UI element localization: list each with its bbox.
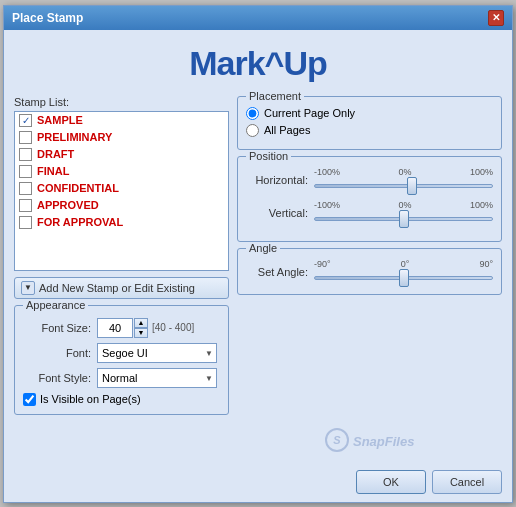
font-size-spinner: ▲ ▼ [134,318,148,338]
close-button[interactable]: ✕ [488,10,504,26]
stamp-item-final[interactable]: FINAL [15,163,228,180]
font-size-range: [40 - 400] [152,322,194,333]
vertical-label: Vertical: [246,207,308,219]
logo-part1: Mark [189,44,264,82]
vertical-slider[interactable] [314,211,493,227]
font-size-row: Font Size: ▲ ▼ [40 - 400] [23,318,220,338]
main-content: Stamp List: SAMPLE PRELIMINARY DRAFT [14,96,502,456]
font-row: Font: Segoe UI Arial Times New Roman Cou… [23,343,220,363]
font-style-label: Font Style: [23,372,91,384]
angle-tick-min: -90° [314,259,331,269]
stamp-name-approved: APPROVED [37,199,99,211]
stamp-checkbox-confidential[interactable] [19,182,32,195]
v-tick-max: 100% [470,200,493,210]
stamp-list-label: Stamp List: [14,96,229,108]
angle-slider-container: -90° 0° 90° [314,259,493,286]
angle-tick-max: 90° [479,259,493,269]
font-style-select[interactable]: Normal Bold Italic Bold Italic [97,368,217,388]
set-angle-row: Set Angle: -90° 0° 90° [246,259,493,286]
dialog-body: Mark^Up Stamp List: SAMPLE PRELI [4,30,512,464]
stamp-name-preliminary: PRELIMINARY [37,131,112,143]
dialog-title: Place Stamp [12,11,83,25]
visible-checkbox-row: Is Visible on Page(s) [23,393,220,406]
font-label: Font: [23,347,91,359]
appearance-label: Appearance [23,299,88,311]
title-bar: Place Stamp ✕ [4,6,512,30]
angle-group: Angle Set Angle: -90° 0° 90° [237,248,502,295]
font-style-select-wrapper: Normal Bold Italic Bold Italic [97,368,217,388]
logo-part2: Up [283,44,326,82]
stamp-name-final: FINAL [37,165,69,177]
current-page-radio[interactable] [246,107,259,120]
chevron-down-icon: ▼ [21,281,35,295]
place-stamp-dialog: Place Stamp ✕ Mark^Up Stamp List: SAMPLE [3,5,513,503]
stamp-item-approved[interactable]: APPROVED [15,197,228,214]
ok-button[interactable]: OK [356,470,426,494]
logo-area: Mark^Up [14,38,502,90]
font-style-row: Font Style: Normal Bold Italic Bold Ital… [23,368,220,388]
spinner-down-button[interactable]: ▼ [134,328,148,338]
logo: Mark^Up [189,44,327,83]
stamp-name-for-approval: FOR APPROVAL [37,216,123,228]
visible-checkbox[interactable] [23,393,36,406]
set-angle-label: Set Angle: [246,266,308,278]
position-label: Position [246,150,291,162]
stamp-checkbox-final[interactable] [19,165,32,178]
stamp-checkbox-draft[interactable] [19,148,32,161]
stamp-checkbox-for-approval[interactable] [19,216,32,229]
stamp-checkbox-approved[interactable] [19,199,32,212]
font-size-input[interactable] [97,318,133,338]
angle-slider[interactable] [314,270,493,286]
right-panel: Placement Current Page Only All Pages Po… [237,96,502,456]
svg-text:SnapFiles: SnapFiles [353,434,414,449]
current-page-label: Current Page Only [264,107,355,119]
all-pages-radio[interactable] [246,124,259,137]
stamp-item-draft[interactable]: DRAFT [15,146,228,163]
stamp-list-box[interactable]: SAMPLE PRELIMINARY DRAFT FINAL [14,111,229,271]
stamp-item-for-approval[interactable]: FOR APPROVAL [15,214,228,231]
vertical-ticks: -100% 0% 100% [314,200,493,210]
add-stamp-button[interactable]: ▼ Add New Stamp or Edit Existing [14,277,229,299]
visible-label: Is Visible on Page(s) [40,393,141,405]
cancel-button[interactable]: Cancel [432,470,502,494]
h-tick-max: 100% [470,167,493,177]
angle-label: Angle [246,242,280,254]
stamp-checkbox-preliminary[interactable] [19,131,32,144]
stamp-item-sample[interactable]: SAMPLE [15,112,228,129]
v-tick-mid: 0% [398,200,411,210]
stamp-item-preliminary[interactable]: PRELIMINARY [15,129,228,146]
font-select[interactable]: Segoe UI Arial Times New Roman Courier N… [97,343,217,363]
vertical-slider-container: -100% 0% 100% [314,200,493,227]
stamp-name-confidential: CONFIDENTIAL [37,182,119,194]
all-pages-label: All Pages [264,124,310,136]
vertical-row: Vertical: -100% 0% 100% [246,200,493,227]
v-tick-min: -100% [314,200,340,210]
stamp-name-sample: SAMPLE [37,114,83,126]
h-tick-min: -100% [314,167,340,177]
bottom-bar: OK Cancel [4,464,512,502]
position-group: Position Horizontal: -100% 0% 100% [237,156,502,242]
current-page-row: Current Page Only [246,107,493,120]
all-pages-row: All Pages [246,124,493,137]
horizontal-slider-container: -100% 0% 100% [314,167,493,194]
logo-caret: ^ [265,44,284,82]
snapfiles-logo: S SnapFiles [325,426,415,454]
placement-group: Placement Current Page Only All Pages [237,96,502,150]
font-size-label: Font Size: [23,322,91,334]
horizontal-slider[interactable] [314,178,493,194]
stamp-name-draft: DRAFT [37,148,74,160]
horizontal-label: Horizontal: [246,174,308,186]
horizontal-ticks: -100% 0% 100% [314,167,493,177]
angle-tick-mid: 0° [401,259,410,269]
spinner-up-button[interactable]: ▲ [134,318,148,328]
add-stamp-label: Add New Stamp or Edit Existing [39,282,195,294]
stamp-checkbox-sample[interactable] [19,114,32,127]
placement-label: Placement [246,90,304,102]
angle-ticks: -90° 0° 90° [314,259,493,269]
appearance-group: Appearance Font Size: ▲ ▼ [40 - 400] Fon… [14,305,229,415]
h-tick-mid: 0% [398,167,411,177]
svg-text:S: S [333,434,341,446]
stamp-item-confidential[interactable]: CONFIDENTIAL [15,180,228,197]
horizontal-row: Horizontal: -100% 0% 100% [246,167,493,194]
font-select-wrapper: Segoe UI Arial Times New Roman Courier N… [97,343,217,363]
